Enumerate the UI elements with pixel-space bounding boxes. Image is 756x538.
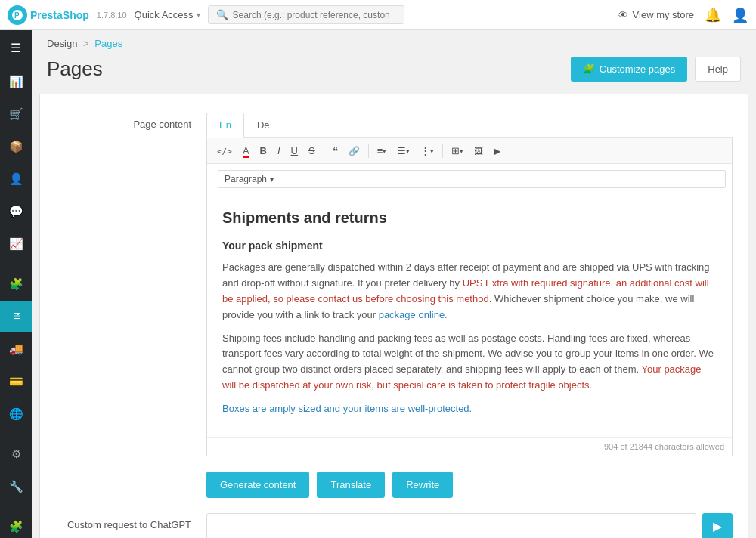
customers-icon: [9, 171, 23, 187]
page-header: Pages 🧩 Customize pages Help: [32, 57, 756, 94]
code-icon: [217, 145, 232, 156]
sidebar-item-design[interactable]: [0, 301, 32, 332]
toolbar-link-button[interactable]: [345, 143, 364, 159]
toolbar-code-button[interactable]: [213, 143, 236, 159]
view-store-button[interactable]: 👁 View my store: [618, 9, 694, 21]
sidebar-item-plugin1[interactable]: [0, 511, 32, 538]
search-bar[interactable]: 🔍: [208, 5, 404, 24]
paragraph-select[interactable]: Paragraph ▾: [218, 170, 726, 188]
editor-heading: Shipments and returns: [222, 206, 717, 230]
custom-request-input[interactable]: [206, 513, 696, 538]
sidebar-item-payment[interactable]: [0, 366, 32, 397]
toolbar-strike-button[interactable]: [305, 143, 319, 159]
editor-para-1: Packages are generally dispatched within…: [222, 260, 717, 323]
breadcrumb-design[interactable]: Design: [47, 38, 77, 49]
toolbar-bold-button[interactable]: [256, 143, 271, 159]
messages-icon: [9, 203, 23, 219]
chevron-down-icon: ▾: [197, 11, 200, 19]
toolbar-align-button[interactable]: ▾: [373, 143, 391, 159]
editor-container: En De: [206, 113, 733, 456]
sidebar-item-advanced[interactable]: [0, 471, 32, 502]
search-icon: 🔍: [216, 9, 228, 20]
toolbar-quote-button[interactable]: [329, 143, 342, 159]
numlist-icon: [420, 145, 430, 156]
send-button[interactable]: ▶: [702, 513, 733, 538]
sidebar-item-modules[interactable]: [0, 268, 32, 299]
toolbar-image-button[interactable]: [470, 143, 487, 159]
sidebar-item-international[interactable]: [0, 398, 32, 429]
search-input[interactable]: [233, 10, 396, 20]
editor-wrapper: ▾ ▾ ▾ ▾ Paragraph ▾: [206, 138, 733, 456]
svg-text:P: P: [14, 11, 20, 20]
custom-request-label: Custom request to ChatGPT: [55, 513, 206, 538]
toolbar-numlist-button[interactable]: ▾: [417, 143, 438, 159]
sidebar-item-customers[interactable]: [0, 163, 32, 194]
customize-pages-button[interactable]: 🧩 Customize pages: [571, 57, 687, 82]
logo: P PrestaShop: [8, 5, 89, 25]
toolbar-sep-1: [324, 144, 324, 158]
highlight-red-1: UPS Extra with required signature, an ad…: [222, 277, 709, 305]
version-label: 1.7.8.10: [97, 11, 127, 20]
editor-content[interactable]: Shipments and returns Your pack shipment…: [207, 193, 732, 437]
nav-right: 👁 View my store 🔔 👤: [618, 7, 748, 23]
sidebar-item-dashboard[interactable]: [0, 66, 32, 97]
tab-en[interactable]: En: [206, 113, 244, 138]
quick-access-menu[interactable]: Quick Access ▾: [135, 9, 200, 20]
logo-text: PrestaShop: [30, 9, 89, 21]
sidebar: ☰: [0, 30, 32, 538]
sidebar-item-settings[interactable]: [0, 438, 32, 469]
page-content-row: Page content En De: [55, 113, 733, 456]
editor-tabs: En De: [206, 113, 733, 138]
translate-button[interactable]: Translate: [317, 472, 385, 498]
sidebar-item-shipping[interactable]: [0, 333, 32, 364]
tab-de[interactable]: De: [244, 113, 283, 138]
main-layout: ☰ Design > Pages Pages 🧩: [0, 30, 756, 538]
generate-content-button[interactable]: Generate content: [206, 472, 309, 498]
international-icon: [9, 406, 23, 422]
user-icon[interactable]: 👤: [732, 7, 748, 23]
list-icon: [397, 145, 406, 156]
stats-icon: [9, 236, 23, 252]
media-icon: [494, 145, 500, 156]
editor-char-count: 904 of 21844 characters allowed: [207, 437, 732, 456]
toolbar-color-button[interactable]: [239, 143, 253, 159]
quote-icon: [333, 145, 338, 156]
eye-icon: 👁: [618, 9, 628, 21]
rewrite-button[interactable]: Rewrite: [392, 472, 453, 498]
toolbar-list-button[interactable]: ▾: [393, 143, 414, 159]
settings-icon: [11, 446, 21, 462]
top-navbar: P PrestaShop 1.7.8.10 Quick Access ▾ 🔍 👁…: [0, 0, 756, 30]
plugin1-icon: [9, 518, 23, 534]
shipping-icon: [9, 341, 23, 357]
toolbar-italic-button[interactable]: [274, 143, 284, 159]
breadcrumb-current: Pages: [94, 38, 122, 49]
paragraph-select-wrapper: Paragraph ▾: [207, 164, 732, 193]
send-icon: ▶: [713, 519, 722, 533]
help-button[interactable]: Help: [695, 57, 741, 82]
chevron-down-icon: ▾: [270, 175, 274, 184]
image-icon: [474, 145, 483, 156]
sidebar-item-catalog[interactable]: [0, 131, 32, 162]
table-icon: [451, 145, 460, 156]
strikethrough-icon: [308, 145, 315, 156]
sidebar-item-stats[interactable]: [0, 228, 32, 259]
action-buttons: Generate content Translate Rewrite: [206, 472, 733, 498]
payment-icon: [9, 373, 23, 389]
toolbar-underline-button[interactable]: [287, 143, 302, 159]
toolbar-media-button[interactable]: [490, 143, 504, 159]
sidebar-toggle[interactable]: ☰: [5, 35, 27, 61]
advanced-icon: [9, 478, 23, 494]
toolbar-sep-3: [442, 144, 443, 158]
sidebar-item-messages[interactable]: [0, 196, 32, 227]
design-icon: [11, 308, 22, 324]
align-icon: [377, 145, 383, 156]
dashboard-icon: [9, 73, 23, 89]
notifications-icon[interactable]: 🔔: [705, 7, 721, 23]
toolbar-table-button[interactable]: ▾: [448, 143, 467, 159]
custom-request-row: Custom request to ChatGPT ▶: [55, 513, 733, 538]
form-card: Page content En De: [39, 94, 748, 538]
page-content-label: Page content: [55, 113, 206, 456]
underline-icon: [291, 145, 298, 156]
sidebar-item-orders[interactable]: [0, 98, 32, 129]
bold-icon: [260, 145, 267, 156]
